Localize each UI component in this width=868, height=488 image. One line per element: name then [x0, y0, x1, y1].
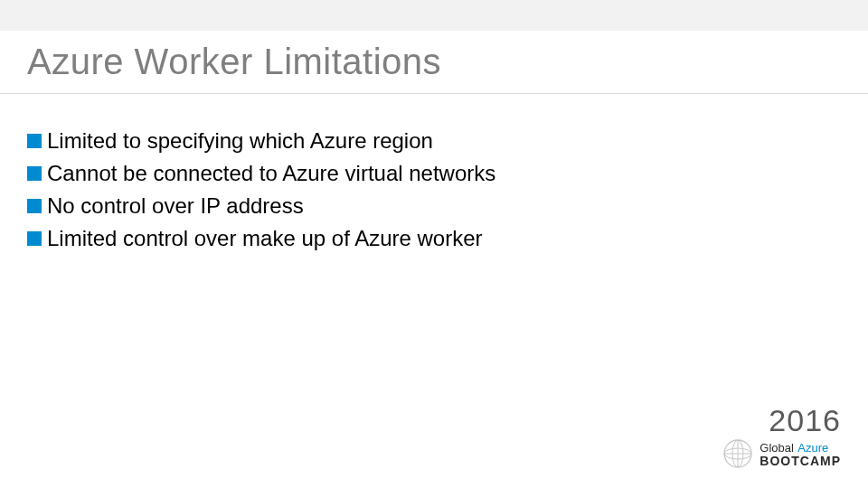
- list-item: Cannot be connected to Azure virtual net…: [27, 159, 495, 188]
- square-bullet-icon: [27, 199, 42, 213]
- footer-logo: 2016 Global Azure BOOTCAMP: [722, 405, 841, 470]
- square-bullet-icon: [27, 134, 42, 148]
- list-item: Limited control over make up of Azure wo…: [27, 224, 495, 253]
- logo-azure-text: Azure: [797, 441, 828, 455]
- bullet-list: Limited to specifying which Azure region…: [27, 127, 495, 257]
- logo-text-stack: Global Azure BOOTCAMP: [760, 440, 841, 467]
- bullet-text: No control over IP address: [47, 192, 304, 221]
- logo-row: Global Azure BOOTCAMP: [722, 437, 841, 470]
- bullet-text: Limited control over make up of Azure wo…: [47, 224, 483, 253]
- globe-icon: [722, 437, 754, 470]
- bullet-text: Limited to specifying which Azure region: [47, 127, 433, 155]
- slide-container: Azure Worker Limitations Limited to spec…: [0, 0, 868, 488]
- list-item: Limited to specifying which Azure region: [27, 127, 495, 155]
- logo-year-text: 2016: [722, 405, 841, 436]
- bullet-text: Cannot be connected to Azure virtual net…: [47, 159, 495, 188]
- logo-line-1: Global Azure: [760, 440, 841, 455]
- list-item: No control over IP address: [27, 192, 495, 221]
- logo-global-text: Global: [760, 441, 794, 455]
- square-bullet-icon: [27, 231, 42, 246]
- title-band: Azure Worker Limitations: [0, 31, 868, 94]
- square-bullet-icon: [27, 166, 42, 181]
- top-bar: [0, 0, 868, 31]
- slide-title: Azure Worker Limitations: [27, 42, 441, 82]
- logo-bootcamp-text: BOOTCAMP: [760, 455, 841, 467]
